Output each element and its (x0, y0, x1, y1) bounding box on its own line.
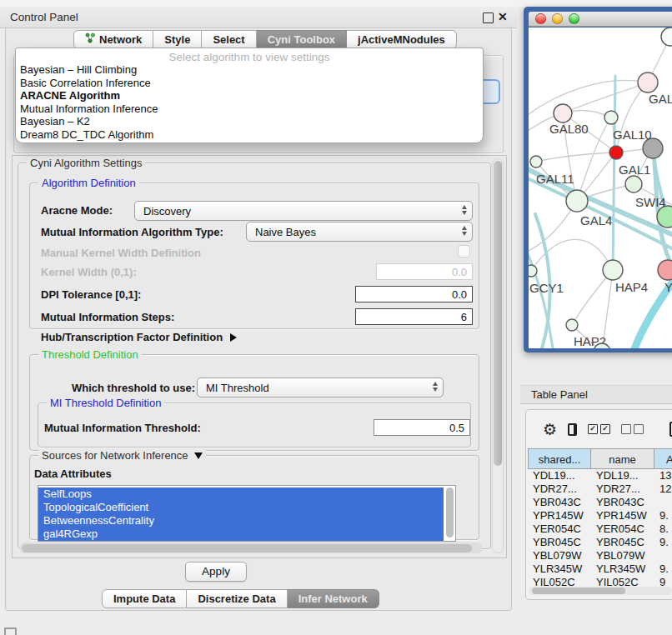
column-header-shared[interactable]: shared... (528, 448, 591, 469)
network-node[interactable] (643, 138, 663, 158)
network-edge (536, 152, 616, 162)
column-header-name[interactable]: name (591, 448, 654, 469)
scrollbar-thumb[interactable] (494, 161, 502, 466)
network-edge (563, 82, 648, 113)
algorithm-option-bayesian-hill-climbing[interactable]: Bayesian – Hill Climbing (16, 63, 483, 77)
tab-style[interactable]: Style (153, 30, 202, 49)
tab-impute-data-label: Impute Data (113, 589, 175, 608)
table-cell[interactable]: YBL079W (591, 549, 654, 562)
table-cell[interactable]: YBL079W (528, 549, 591, 562)
scrollbar-thumb[interactable] (532, 588, 625, 594)
tab-network[interactable]: Network (73, 30, 153, 49)
tab-impute-data[interactable]: Impute Data (102, 589, 187, 608)
table-horizontal-scrollbar[interactable] (529, 587, 672, 595)
table-cell[interactable] (654, 496, 672, 509)
table-cell[interactable]: YER054C (591, 522, 654, 536)
table-cell[interactable]: YBR043C (528, 496, 591, 509)
mi-steps-field[interactable]: 6 (355, 308, 473, 325)
attribute-item-gal4rgexp[interactable]: gal4RGexp (38, 528, 444, 541)
column-header-a[interactable]: A (654, 448, 672, 469)
network-node-gcy1[interactable] (529, 265, 537, 277)
table-cell[interactable]: 12 (654, 482, 672, 496)
close-window-button[interactable] (535, 13, 546, 24)
table-cell[interactable]: 8. (654, 522, 672, 536)
network-node-hap2[interactable] (566, 319, 578, 331)
unchecked-pair-icon[interactable] (621, 424, 644, 434)
attribute-item-topologicalcoefficient[interactable]: TopologicalCoefficient (38, 501, 444, 514)
table-cell[interactable]: YER054C (528, 522, 591, 536)
attribute-list-scrollbar[interactable] (446, 488, 454, 538)
table-cell[interactable]: YLR345W (528, 562, 591, 576)
tab-jactivemnodules-label: jActiveMNodules (358, 30, 445, 49)
algorithm-option-aracne-algorithm[interactable]: ARACNE Algorithm (16, 89, 483, 102)
table-cell[interactable]: YPR145W (591, 509, 654, 522)
table-cell[interactable]: YBR045C (591, 536, 654, 549)
kernel-width-field[interactable]: 0.0 (376, 263, 473, 280)
table-cell[interactable]: YDR27... (528, 482, 591, 496)
tab-discretize-data[interactable]: Discretize Data (187, 589, 287, 608)
algorithm-option-bayesian-k2[interactable]: Bayesian – K2 (16, 115, 483, 128)
gear-icon[interactable]: ⚙ (543, 422, 557, 438)
table-cell[interactable]: 9. (654, 562, 672, 576)
table-cell[interactable]: YLR345W (591, 562, 654, 576)
scrollbar-thumb[interactable] (22, 544, 472, 552)
table-cell[interactable]: 9. (654, 509, 672, 522)
settings-vertical-scrollbar[interactable] (492, 158, 504, 553)
tab-select[interactable]: Select (202, 30, 256, 49)
table-cell[interactable]: YDL19... (528, 469, 591, 482)
docked-panel-icon[interactable] (4, 628, 17, 635)
network-node[interactable] (609, 146, 623, 159)
algorithm-option-mutual-information-inference[interactable]: Mutual Information Inference (16, 102, 483, 116)
zoom-window-button[interactable] (569, 13, 579, 24)
tab-cyni-toolbox-label: Cyni Toolbox (268, 30, 335, 49)
network-node-y[interactable] (658, 260, 672, 280)
table-cell[interactable]: 13 (654, 469, 672, 482)
manual-kernel-width-checkbox[interactable] (458, 245, 470, 258)
settings-horizontal-scrollbar[interactable] (19, 542, 483, 553)
float-window-icon[interactable] (483, 12, 494, 23)
close-icon[interactable]: ✕ (498, 9, 508, 25)
mi-algorithm-type-combobox[interactable]: Naive Bayes (246, 222, 473, 242)
table-cell[interactable]: YBR043C (591, 496, 654, 509)
which-threshold-combobox[interactable]: MI Threshold (197, 378, 444, 398)
aracne-mode-label: Aracne Mode: (41, 204, 113, 217)
aracne-mode-combobox[interactable]: Discovery (134, 201, 473, 221)
table-panel-title: Table Panel (531, 386, 588, 403)
network-window-titlebar[interactable] (529, 12, 672, 27)
combobox-arrows-icon (462, 205, 467, 215)
dpi-tolerance-field[interactable]: 0.0 (355, 286, 473, 302)
tab-jactivemnodules[interactable]: jActiveMNodules (347, 30, 457, 49)
split-view-icon[interactable] (568, 423, 577, 436)
tab-cyni-toolbox[interactable]: Cyni Toolbox (257, 30, 347, 49)
combobox-arrows-icon (433, 382, 438, 392)
hub-tf-definition-toggle[interactable]: Hub/Transcription Factor Definition (41, 331, 237, 343)
algorithm-option-basic-correlation-inference[interactable]: Basic Correlation Inference (16, 77, 483, 90)
apply-button[interactable]: Apply (185, 562, 247, 582)
tab-infer-network[interactable]: Infer Network (288, 589, 379, 608)
table-toolbar: ⚙✓✓ (526, 410, 672, 448)
algorithm-option-dream8-dc-tdc-algorithm[interactable]: Dream8 DC_TDC Algorithm (16, 128, 483, 142)
tab-select-label: Select (213, 30, 244, 49)
attribute-item-betweennesscentrality[interactable]: BetweennessCentrality (38, 514, 444, 528)
aracne-mode-value: Discovery (143, 205, 191, 218)
network-node-hap4[interactable] (603, 260, 623, 280)
network-canvas[interactable]: GALGAL80GAL10GAL11GAL1GAL4SWI4GCY1HAP4YH… (529, 28, 672, 348)
table-cell[interactable]: YBR045C (528, 536, 591, 549)
network-node-gal80[interactable] (554, 104, 572, 122)
sources-title[interactable]: Sources for Network Inference (38, 449, 206, 462)
network-node-gal1[interactable] (625, 176, 642, 192)
network-node-gal4[interactable] (566, 190, 588, 212)
network-node-gal11[interactable] (530, 156, 542, 168)
table-cell[interactable]: YDL19... (591, 469, 654, 482)
minimize-window-button[interactable] (552, 13, 563, 24)
table-cell[interactable]: 9. (654, 536, 672, 549)
checked-pair-icon[interactable]: ✓✓ (588, 424, 610, 434)
table-cell[interactable]: YPR145W (528, 509, 591, 522)
table-cell[interactable] (654, 549, 672, 562)
network-node[interactable] (661, 28, 672, 46)
table-cell[interactable]: YDR27... (591, 482, 654, 496)
network-node-gal10[interactable] (604, 111, 618, 124)
mi-threshold-field[interactable]: 0.5 (374, 419, 470, 436)
attribute-item-selfloops[interactable]: SelfLoops (38, 488, 444, 501)
network-node-gal[interactable] (638, 72, 658, 92)
